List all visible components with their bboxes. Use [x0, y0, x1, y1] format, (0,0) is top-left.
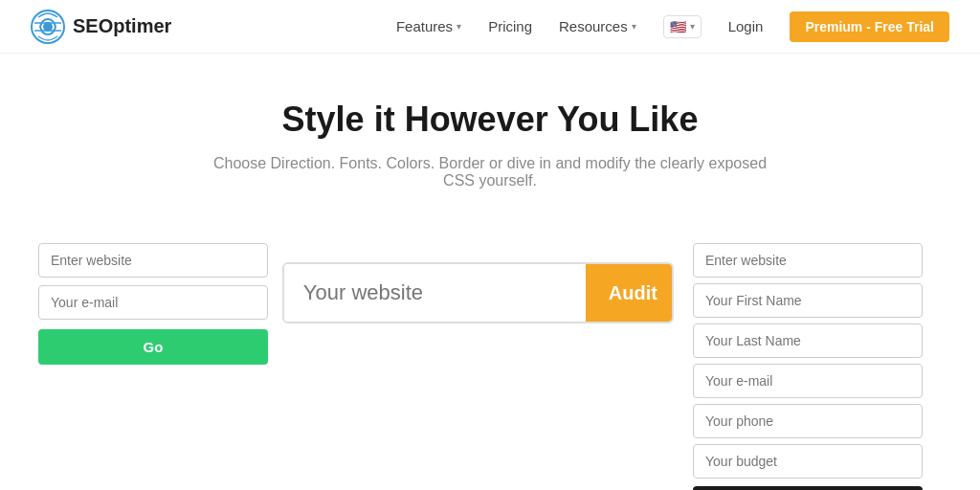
right-budget-input[interactable]: [693, 444, 923, 479]
center-form: Audit: [282, 262, 674, 323]
left-website-input[interactable]: [38, 243, 268, 278]
flag-icon: 🇺🇸: [670, 19, 686, 34]
right-lastname-input[interactable]: [693, 323, 923, 358]
review-button[interactable]: Review My Site!: [693, 486, 923, 490]
main-nav: Features ▾ Pricing Resources ▾ 🇺🇸 ▾ Logi…: [396, 11, 949, 42]
hero-subtitle: Choose Direction. Fonts. Colors. Border …: [203, 155, 777, 189]
go-button[interactable]: Go: [38, 329, 268, 365]
premium-button[interactable]: Premium - Free Trial: [790, 11, 949, 42]
flag-chevron-icon: ▾: [690, 21, 695, 32]
hero-section: Style it However You Like Choose Directi…: [0, 54, 980, 205]
logo[interactable]: SEOptimer: [31, 10, 171, 44]
audit-button[interactable]: Audit: [586, 264, 674, 322]
logo-text: SEOptimer: [73, 15, 171, 37]
language-selector[interactable]: 🇺🇸 ▾: [663, 15, 702, 38]
right-firstname-input[interactable]: [693, 283, 923, 318]
right-form: Review My Site!: [693, 243, 923, 490]
login-link[interactable]: Login: [728, 18, 764, 34]
forms-section: Go Audit Review My Site!: [0, 205, 980, 490]
left-email-input[interactable]: [38, 285, 268, 320]
nav-features[interactable]: Features ▾: [396, 18, 461, 34]
left-form: Go: [38, 243, 263, 365]
hero-title: Style it However You Like: [19, 100, 961, 140]
nav-resources[interactable]: Resources ▾: [559, 18, 636, 34]
nav-pricing[interactable]: Pricing: [488, 18, 532, 34]
right-website-input[interactable]: [693, 243, 923, 278]
right-email-input[interactable]: [693, 364, 923, 398]
logo-icon: [31, 10, 65, 44]
right-phone-input[interactable]: [693, 404, 923, 438]
chevron-down-icon: ▾: [457, 21, 461, 32]
chevron-down-icon: ▾: [632, 21, 636, 32]
center-website-input[interactable]: [284, 264, 586, 322]
navbar: SEOptimer Features ▾ Pricing Resources ▾…: [0, 0, 980, 54]
